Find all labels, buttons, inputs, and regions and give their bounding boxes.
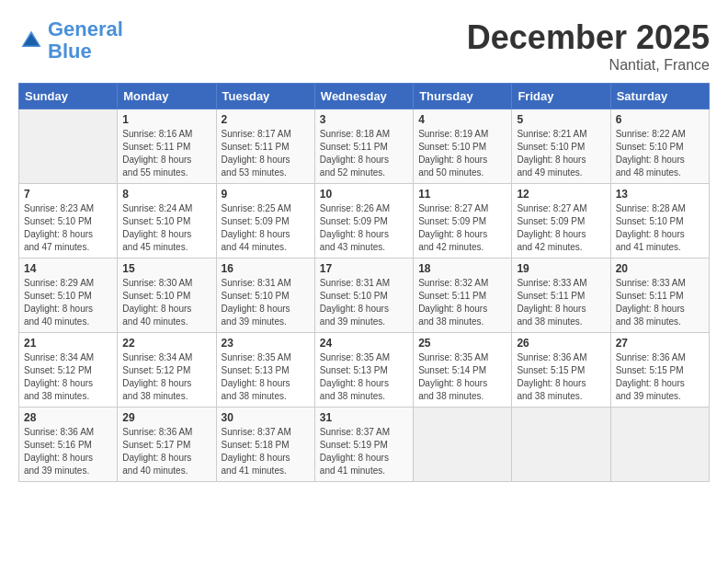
calendar-cell: 22Sunrise: 8:34 AM Sunset: 5:12 PM Dayli… xyxy=(118,333,216,408)
day-number: 11 xyxy=(418,188,506,201)
header-day-thursday: Thursday xyxy=(414,84,512,109)
calendar-cell: 19Sunrise: 8:33 AM Sunset: 5:11 PM Dayli… xyxy=(512,259,610,333)
day-info: Sunrise: 8:21 AM Sunset: 5:10 PM Dayligh… xyxy=(517,128,605,179)
day-number: 8 xyxy=(122,188,210,201)
day-number: 6 xyxy=(616,113,704,126)
day-info: Sunrise: 8:34 AM Sunset: 5:12 PM Dayligh… xyxy=(122,351,210,403)
day-number: 2 xyxy=(222,113,310,126)
day-info: Sunrise: 8:31 AM Sunset: 5:10 PM Dayligh… xyxy=(222,277,310,328)
day-number: 1 xyxy=(122,113,210,126)
calendar-cell: 9Sunrise: 8:25 AM Sunset: 5:09 PM Daylig… xyxy=(216,184,314,259)
calendar-cell: 12Sunrise: 8:27 AM Sunset: 5:09 PM Dayli… xyxy=(512,184,610,259)
header-day-monday: Monday xyxy=(118,84,216,109)
day-number: 16 xyxy=(222,262,310,275)
day-info: Sunrise: 8:34 AM Sunset: 5:12 PM Dayligh… xyxy=(24,351,112,403)
day-info: Sunrise: 8:26 AM Sunset: 5:09 PM Dayligh… xyxy=(320,202,408,254)
day-info: Sunrise: 8:25 AM Sunset: 5:09 PM Dayligh… xyxy=(222,202,310,254)
calendar-cell: 16Sunrise: 8:31 AM Sunset: 5:10 PM Dayli… xyxy=(216,259,314,333)
day-info: Sunrise: 8:17 AM Sunset: 5:11 PM Dayligh… xyxy=(222,128,310,179)
calendar-cell xyxy=(19,109,118,184)
day-info: Sunrise: 8:36 AM Sunset: 5:15 PM Dayligh… xyxy=(616,351,704,403)
logo-line1: General xyxy=(48,17,123,40)
day-info: Sunrise: 8:28 AM Sunset: 5:10 PM Dayligh… xyxy=(616,202,704,254)
month-title: December 2025 xyxy=(467,18,710,57)
calendar-cell: 28Sunrise: 8:36 AM Sunset: 5:16 PM Dayli… xyxy=(19,408,118,482)
calendar-cell xyxy=(512,408,610,482)
day-info: Sunrise: 8:35 AM Sunset: 5:14 PM Dayligh… xyxy=(418,351,506,403)
calendar-cell: 30Sunrise: 8:37 AM Sunset: 5:18 PM Dayli… xyxy=(216,408,314,482)
day-number: 21 xyxy=(24,337,112,350)
day-info: Sunrise: 8:36 AM Sunset: 5:16 PM Dayligh… xyxy=(24,426,112,477)
day-number: 24 xyxy=(320,337,408,350)
calendar-cell: 27Sunrise: 8:36 AM Sunset: 5:15 PM Dayli… xyxy=(610,333,709,408)
day-info: Sunrise: 8:31 AM Sunset: 5:10 PM Dayligh… xyxy=(320,277,408,328)
calendar-week-5: 28Sunrise: 8:36 AM Sunset: 5:16 PM Dayli… xyxy=(19,408,710,482)
calendar-cell: 25Sunrise: 8:35 AM Sunset: 5:14 PM Dayli… xyxy=(414,333,512,408)
day-info: Sunrise: 8:36 AM Sunset: 5:15 PM Dayligh… xyxy=(517,351,605,403)
calendar-cell: 24Sunrise: 8:35 AM Sunset: 5:13 PM Dayli… xyxy=(314,333,413,408)
title-block: December 2025 Nantiat, France xyxy=(467,18,710,74)
day-info: Sunrise: 8:35 AM Sunset: 5:13 PM Dayligh… xyxy=(222,351,310,403)
day-info: Sunrise: 8:22 AM Sunset: 5:10 PM Dayligh… xyxy=(616,128,704,179)
header-day-friday: Friday xyxy=(512,84,610,109)
calendar-cell: 10Sunrise: 8:26 AM Sunset: 5:09 PM Dayli… xyxy=(314,184,413,259)
day-info: Sunrise: 8:29 AM Sunset: 5:10 PM Dayligh… xyxy=(24,277,112,328)
header-day-saturday: Saturday xyxy=(610,84,709,109)
day-number: 5 xyxy=(517,113,605,126)
day-info: Sunrise: 8:23 AM Sunset: 5:10 PM Dayligh… xyxy=(24,202,112,254)
logo-line2: Blue xyxy=(48,40,123,63)
calendar-cell: 4Sunrise: 8:19 AM Sunset: 5:10 PM Daylig… xyxy=(414,109,512,184)
calendar-cell: 8Sunrise: 8:24 AM Sunset: 5:10 PM Daylig… xyxy=(118,184,216,259)
location-subtitle: Nantiat, France xyxy=(467,57,710,74)
day-number: 18 xyxy=(418,262,506,275)
day-info: Sunrise: 8:37 AM Sunset: 5:19 PM Dayligh… xyxy=(320,426,408,477)
day-number: 13 xyxy=(616,188,704,201)
calendar-week-2: 7Sunrise: 8:23 AM Sunset: 5:10 PM Daylig… xyxy=(19,184,710,259)
day-info: Sunrise: 8:36 AM Sunset: 5:17 PM Dayligh… xyxy=(122,426,210,477)
calendar-cell: 7Sunrise: 8:23 AM Sunset: 5:10 PM Daylig… xyxy=(19,184,118,259)
day-number: 29 xyxy=(122,411,210,424)
day-info: Sunrise: 8:27 AM Sunset: 5:09 PM Dayligh… xyxy=(517,202,605,254)
day-info: Sunrise: 8:19 AM Sunset: 5:10 PM Dayligh… xyxy=(418,128,506,179)
day-info: Sunrise: 8:24 AM Sunset: 5:10 PM Dayligh… xyxy=(122,202,210,254)
calendar-cell: 6Sunrise: 8:22 AM Sunset: 5:10 PM Daylig… xyxy=(610,109,709,184)
calendar-cell: 26Sunrise: 8:36 AM Sunset: 5:15 PM Dayli… xyxy=(512,333,610,408)
calendar-cell: 20Sunrise: 8:33 AM Sunset: 5:11 PM Dayli… xyxy=(610,259,709,333)
day-number: 26 xyxy=(517,337,605,350)
day-number: 25 xyxy=(418,337,506,350)
calendar-cell: 1Sunrise: 8:16 AM Sunset: 5:11 PM Daylig… xyxy=(118,109,216,184)
logo-icon xyxy=(18,28,44,53)
day-info: Sunrise: 8:16 AM Sunset: 5:11 PM Dayligh… xyxy=(122,128,210,179)
calendar-cell: 15Sunrise: 8:30 AM Sunset: 5:10 PM Dayli… xyxy=(118,259,216,333)
calendar-cell: 2Sunrise: 8:17 AM Sunset: 5:11 PM Daylig… xyxy=(216,109,314,184)
calendar-cell: 31Sunrise: 8:37 AM Sunset: 5:19 PM Dayli… xyxy=(314,408,413,482)
day-number: 15 xyxy=(122,262,210,275)
day-number: 19 xyxy=(517,262,605,275)
day-info: Sunrise: 8:27 AM Sunset: 5:09 PM Dayligh… xyxy=(418,202,506,254)
day-info: Sunrise: 8:37 AM Sunset: 5:18 PM Dayligh… xyxy=(222,426,310,477)
calendar-week-3: 14Sunrise: 8:29 AM Sunset: 5:10 PM Dayli… xyxy=(19,259,710,333)
calendar-cell: 14Sunrise: 8:29 AM Sunset: 5:10 PM Dayli… xyxy=(19,259,118,333)
day-info: Sunrise: 8:32 AM Sunset: 5:11 PM Dayligh… xyxy=(418,277,506,328)
day-number: 12 xyxy=(517,188,605,201)
day-info: Sunrise: 8:30 AM Sunset: 5:10 PM Dayligh… xyxy=(122,277,210,328)
calendar-cell: 18Sunrise: 8:32 AM Sunset: 5:11 PM Dayli… xyxy=(414,259,512,333)
day-number: 4 xyxy=(418,113,506,126)
page-header: General Blue December 2025 Nantiat, Fran… xyxy=(18,18,710,74)
header-day-wednesday: Wednesday xyxy=(314,84,413,109)
calendar-cell xyxy=(610,408,709,482)
logo: General Blue xyxy=(18,18,123,63)
calendar-cell: 11Sunrise: 8:27 AM Sunset: 5:09 PM Dayli… xyxy=(414,184,512,259)
calendar-cell: 23Sunrise: 8:35 AM Sunset: 5:13 PM Dayli… xyxy=(216,333,314,408)
logo-text: General Blue xyxy=(48,18,123,63)
day-number: 22 xyxy=(122,337,210,350)
day-info: Sunrise: 8:33 AM Sunset: 5:11 PM Dayligh… xyxy=(616,277,704,328)
day-number: 23 xyxy=(222,337,310,350)
header-day-tuesday: Tuesday xyxy=(216,84,314,109)
calendar-cell: 13Sunrise: 8:28 AM Sunset: 5:10 PM Dayli… xyxy=(610,184,709,259)
calendar-table: SundayMondayTuesdayWednesdayThursdayFrid… xyxy=(18,83,710,482)
day-number: 14 xyxy=(24,262,112,275)
day-info: Sunrise: 8:35 AM Sunset: 5:13 PM Dayligh… xyxy=(320,351,408,403)
calendar-week-1: 1Sunrise: 8:16 AM Sunset: 5:11 PM Daylig… xyxy=(19,109,710,184)
day-number: 27 xyxy=(616,337,704,350)
